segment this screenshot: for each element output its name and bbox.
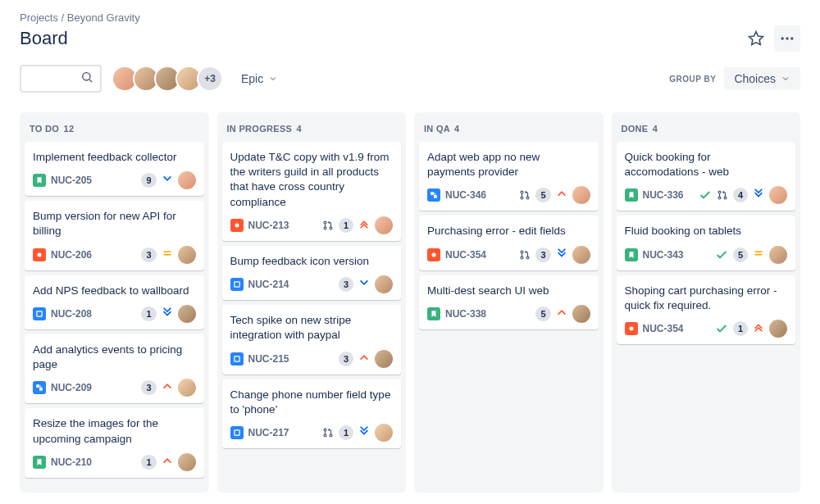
column-name: In Progress xyxy=(227,124,293,134)
issue-card[interactable]: Purchasing error - edit fieldsNUC-3543 xyxy=(419,216,599,270)
column-header: In Progress 4 xyxy=(222,119,402,142)
story-type-icon xyxy=(33,456,46,469)
issue-card[interactable]: Bump version for new API for billingNUC-… xyxy=(25,201,204,270)
assignee-avatar[interactable] xyxy=(769,246,787,264)
search-box[interactable] xyxy=(20,65,102,93)
card-title: Purchasing error - edit fields xyxy=(427,224,590,238)
issue-key: NUC-354 xyxy=(445,249,486,261)
epic-filter-button[interactable]: Epic xyxy=(233,67,286,90)
svg-point-1 xyxy=(781,37,784,39)
issue-key: NUC-208 xyxy=(51,308,92,320)
issue-card[interactable]: Fluid booking on tabletsNUC-3435 xyxy=(617,216,796,270)
issue-card[interactable]: Bump feedback icon versionNUC-2143 xyxy=(222,246,402,300)
svg-rect-18 xyxy=(234,430,239,435)
card-title: Bump version for new API for billing xyxy=(33,209,196,238)
assignee-avatar[interactable] xyxy=(572,186,590,204)
svg-point-12 xyxy=(235,223,239,227)
issue-key: NUC-206 xyxy=(51,249,92,261)
assignee-avatar[interactable] xyxy=(572,305,590,323)
more-icon xyxy=(779,30,795,47)
assignee-avatar[interactable] xyxy=(572,246,590,264)
svg-point-36 xyxy=(629,327,633,331)
priority-high-icon xyxy=(556,188,567,202)
pull-request-icon xyxy=(322,427,334,438)
issue-card[interactable]: Add analytics events to pricing pageNUC-… xyxy=(25,334,204,403)
pull-request-icon xyxy=(717,189,728,201)
more-actions-button[interactable] xyxy=(774,25,800,52)
priority-highest-icon xyxy=(753,321,764,336)
issue-card[interactable]: Add NPS feedback to wallboardNUC-2081 xyxy=(25,275,204,329)
priority-high-icon xyxy=(358,352,370,366)
issue-card[interactable]: Shoping cart purchasing error - quick fi… xyxy=(617,275,796,344)
priority-high-icon xyxy=(162,380,173,395)
assignee-avatar[interactable] xyxy=(178,379,196,397)
column-count: 4 xyxy=(653,124,658,134)
issue-key: NUC-215 xyxy=(248,353,289,365)
issue-key: NUC-217 xyxy=(248,427,289,438)
issue-card[interactable]: Implement feedback collectorNUC-2059 xyxy=(25,142,204,196)
group-by-select[interactable]: Choices xyxy=(724,67,800,90)
card-title: Tech spike on new stripe integration wit… xyxy=(230,313,394,343)
svg-point-27 xyxy=(432,252,436,257)
svg-rect-10 xyxy=(36,385,39,388)
card-title: Bump feedback icon version xyxy=(230,254,394,269)
issue-key: NUC-205 xyxy=(51,175,92,186)
breadcrumb-root[interactable]: Projects xyxy=(20,11,58,24)
chevron-down-icon xyxy=(268,74,278,84)
assignee-avatar[interactable] xyxy=(769,186,787,204)
assignee-avatar[interactable] xyxy=(375,275,393,293)
search-input[interactable] xyxy=(21,72,79,85)
issue-card[interactable]: Tech spike on new stripe integration wit… xyxy=(222,305,402,374)
task-type-icon xyxy=(230,278,244,291)
svg-point-32 xyxy=(718,197,721,199)
story-type-icon xyxy=(427,307,440,320)
issue-card[interactable]: Update T&C copy with v1.9 from the write… xyxy=(222,142,402,241)
priority-low-icon xyxy=(162,173,173,188)
svg-point-13 xyxy=(324,221,326,224)
priority-high-icon xyxy=(162,455,173,470)
page-title: Board xyxy=(20,28,68,49)
done-check-icon xyxy=(715,322,728,335)
svg-point-26 xyxy=(526,197,529,199)
bug-type-icon xyxy=(625,322,638,335)
issue-card[interactable]: Resize the images for the upcoming campa… xyxy=(25,408,204,477)
column-name: Done xyxy=(622,124,649,134)
priority-high-icon xyxy=(556,306,567,321)
card-title: Quick booking for accomodations - web xyxy=(625,150,788,179)
assignee-avatar[interactable] xyxy=(375,424,393,442)
assignee-avatar[interactable] xyxy=(375,350,393,368)
svg-point-24 xyxy=(521,191,523,193)
priority-lowest-icon xyxy=(358,425,370,440)
svg-point-20 xyxy=(324,434,326,437)
issue-key: NUC-209 xyxy=(51,382,92,393)
search-icon xyxy=(80,70,93,87)
story-points-badge: 3 xyxy=(141,380,156,395)
assignee-avatar[interactable] xyxy=(178,171,196,189)
issue-card[interactable]: Adapt web app no new payments providerNU… xyxy=(419,142,599,211)
story-type-icon xyxy=(625,248,638,261)
bug-type-icon xyxy=(33,248,46,261)
svg-point-30 xyxy=(526,257,529,259)
issue-card[interactable]: Change phone number field type to 'phone… xyxy=(222,379,402,448)
done-check-icon xyxy=(715,248,728,261)
assignee-avatar[interactable] xyxy=(375,216,393,234)
pull-request-icon xyxy=(519,249,531,261)
svg-point-25 xyxy=(521,197,523,199)
svg-point-15 xyxy=(330,227,332,229)
assignee-avatar[interactable] xyxy=(769,320,787,338)
priority-lowest-icon xyxy=(753,188,764,202)
issue-card[interactable]: Quick booking for accomodations - webNUC… xyxy=(617,142,796,211)
breadcrumb-project[interactable]: Beyond Gravity xyxy=(67,11,140,24)
assignee-avatar[interactable] xyxy=(178,246,196,264)
bug-type-icon xyxy=(230,219,244,232)
svg-rect-17 xyxy=(234,356,239,361)
issue-card[interactable]: Multi-dest search UI webNUC-3385 xyxy=(419,275,599,329)
issue-key: NUC-210 xyxy=(51,456,92,468)
avatar-overflow[interactable]: +3 xyxy=(197,66,223,92)
story-points-badge: 3 xyxy=(535,247,550,262)
story-points-badge: 1 xyxy=(733,321,748,336)
star-button[interactable] xyxy=(743,25,769,52)
assignee-avatar[interactable] xyxy=(178,453,196,471)
subtask-type-icon xyxy=(427,188,440,202)
assignee-avatar[interactable] xyxy=(178,305,196,323)
